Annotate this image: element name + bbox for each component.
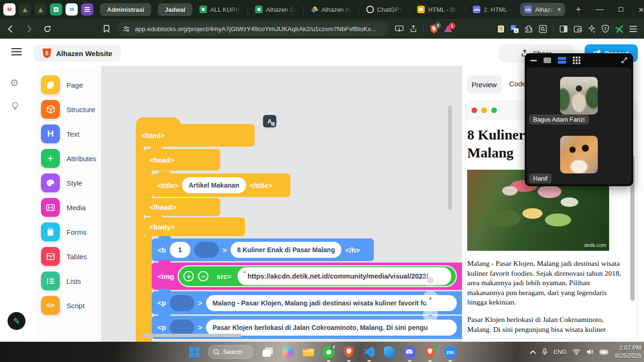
sidebar-item-structure[interactable]: Structure — [35, 97, 101, 122]
brave-beta-icon[interactable] — [423, 346, 436, 358]
battery-icon[interactable] — [600, 350, 609, 354]
tab-code[interactable]: Code — [509, 80, 526, 88]
volume-icon[interactable] — [586, 349, 594, 355]
sidebar-item-attributes[interactable]: + Attributes — [35, 146, 101, 171]
wallet-icon[interactable] — [574, 25, 582, 33]
p2-attr-slot[interactable] — [170, 320, 194, 336]
app-menu-icon[interactable] — [11, 48, 22, 56]
tab-chatgpt[interactable]: ChatGPT — [366, 6, 403, 13]
site-settings-icon[interactable] — [123, 26, 130, 32]
title-value-input[interactable]: Artikel Makanan — [182, 177, 246, 193]
brave-rewards-icon[interactable]: 1 — [444, 25, 452, 33]
sidebar-item-text[interactable]: H Text — [35, 122, 101, 146]
minimize-panel-icon[interactable] — [530, 60, 537, 61]
participant-video[interactable] — [560, 136, 598, 173]
tab-group-jadwal[interactable]: Jadwal — [158, 3, 192, 16]
h-attr-slot[interactable] — [194, 242, 219, 258]
participant-video[interactable] — [560, 77, 598, 115]
address-bar[interactable]: app.edublocks.org/project/4myA7jGtWzY49c… — [117, 22, 389, 36]
grid-view-icon[interactable] — [573, 57, 580, 64]
extensions-puzzle-icon[interactable] — [525, 25, 533, 33]
vpn-shield-icon[interactable] — [602, 25, 609, 33]
translate-page-icon[interactable]: A — [263, 115, 276, 127]
p1-attr-slot[interactable] — [170, 295, 194, 311]
tab-alhazen-active[interactable]: edu Alhaze × — [520, 3, 565, 16]
sidebar-item-script[interactable]: </> Script — [35, 293, 101, 318]
sidebar-toggle-icon[interactable] — [560, 25, 568, 33]
notes-extension-icon[interactable] — [497, 25, 504, 33]
block-html-open[interactable]: <html> — [136, 124, 255, 147]
zoom-icon[interactable]: zm — [444, 346, 456, 358]
horizontal-scrollbar[interactable] — [141, 334, 241, 337]
p1-text-input[interactable]: Malang - Pasar Klojen, Malang jadi desti… — [206, 295, 457, 311]
start-button[interactable] — [188, 346, 200, 358]
sidebar-item-style[interactable]: Style — [35, 171, 101, 195]
forest-icon[interactable] — [34, 3, 47, 16]
tab-alhazen-ac[interactable]: Alhazen Ac — [311, 6, 352, 13]
compact-view-icon[interactable] — [544, 58, 551, 63]
sidebar-item-media[interactable]: Media — [35, 195, 101, 220]
back-icon[interactable] — [7, 25, 15, 33]
tab-group-administrasi[interactable]: Administrasi — [100, 3, 151, 16]
calendar-icon[interactable]: 25 — [66, 3, 78, 16]
brave-shield-icon[interactable]: 2 — [430, 25, 438, 33]
wifi-icon[interactable] — [572, 349, 580, 355]
img-src-attribute[interactable]: + − src= " https://akcdn.detik.net.id/co… — [178, 265, 457, 287]
sidebar-item-forms[interactable]: Forms — [35, 220, 101, 244]
hint-bulb-icon[interactable] — [11, 102, 19, 111]
clock[interactable]: 2:07 PM 8/25/2025 — [615, 344, 641, 360]
remove-attribute-icon[interactable]: − — [198, 271, 208, 281]
window-close-button[interactable]: × — [638, 5, 644, 14]
tasks-icon[interactable] — [81, 3, 93, 16]
tab-2-html[interactable]: edu 2. HTML - S — [473, 6, 514, 13]
blue-app-icon[interactable] — [383, 346, 396, 358]
gmail-icon[interactable]: M — [3, 3, 16, 16]
expand-panel-icon[interactable] — [621, 57, 627, 64]
microphone-icon[interactable] — [542, 348, 547, 355]
leo-ai-icon[interactable] — [588, 25, 595, 33]
project-title[interactable]: 5 Alhazen Website — [34, 45, 121, 62]
block-img[interactable]: <img + − src= " https://akcdn.detik.net.… — [152, 263, 462, 290]
stacked-view-icon[interactable] — [558, 57, 566, 64]
block-head-open[interactable]: <head> — [144, 149, 220, 171]
browser-menu-icon[interactable] — [629, 26, 637, 32]
forward-icon[interactable] — [25, 25, 33, 33]
block-head-close[interactable]: </head> — [144, 198, 220, 216]
block-p1[interactable]: <p > Malang - Pasar Klojen, Malang jadi … — [152, 291, 462, 314]
p2-text-input[interactable]: Pasar Klojen berlokasi di Jalan Cokroami… — [206, 320, 457, 336]
whatsapp-icon[interactable]: 2 — [322, 346, 335, 358]
sheets-icon[interactable] — [50, 3, 62, 16]
edit-pencil-button[interactable]: ✎ — [8, 312, 25, 330]
install-app-icon[interactable] — [395, 25, 404, 33]
window-maximize-button[interactable] — [619, 7, 623, 12]
discord-icon[interactable] — [403, 346, 416, 358]
brave-icon[interactable] — [342, 346, 355, 358]
zoom-out-icon[interactable]: − — [423, 307, 438, 322]
forest-icon[interactable] — [19, 3, 31, 16]
tab-preview[interactable]: Preview — [467, 75, 502, 93]
zoom-in-icon[interactable]: + — [423, 290, 438, 305]
add-attribute-icon[interactable]: + — [183, 271, 194, 281]
taskbar-search[interactable]: Search — [208, 345, 254, 359]
recenter-icon[interactable]: ◎ — [423, 272, 438, 287]
block-h1[interactable]: <h 1 > 8 Kuliner Enak di Pasar Malang </… — [152, 239, 374, 261]
h-text-input[interactable]: 8 Kuliner Enak di Pasar Malang — [231, 242, 342, 258]
green-extension-icon[interactable] — [615, 25, 623, 33]
task-view-icon[interactable] — [261, 346, 274, 358]
tab-html-sto[interactable]: HTML - Sto — [417, 6, 458, 13]
img-src-input[interactable]: " https://akcdn.detik.net.id/community/m… — [238, 267, 451, 285]
close-tab-icon[interactable]: × — [557, 6, 561, 13]
bookmark-icon[interactable] — [103, 25, 110, 33]
block-body-open[interactable]: <body> — [144, 217, 245, 236]
translate-extension-icon[interactable]: Aa — [511, 25, 519, 33]
reload-icon[interactable] — [43, 25, 51, 33]
share-page-icon[interactable] — [410, 25, 417, 33]
vertical-scrollbar[interactable] — [448, 106, 452, 210]
window-minimize-button[interactable]: — — [596, 6, 603, 13]
block-canvas[interactable]: <html> <head> <title> Artikel Makanan </… — [101, 66, 462, 342]
new-tab-button[interactable]: + — [576, 4, 581, 15]
sidebar-item-tables[interactable]: Tables — [35, 244, 101, 269]
tab-alhazen-cu[interactable]: ▦ Alhazen Cu — [255, 6, 296, 13]
sidebar-item-lists[interactable]: Lists — [35, 269, 101, 293]
settings-gear-icon[interactable]: ⚙ — [10, 77, 19, 89]
